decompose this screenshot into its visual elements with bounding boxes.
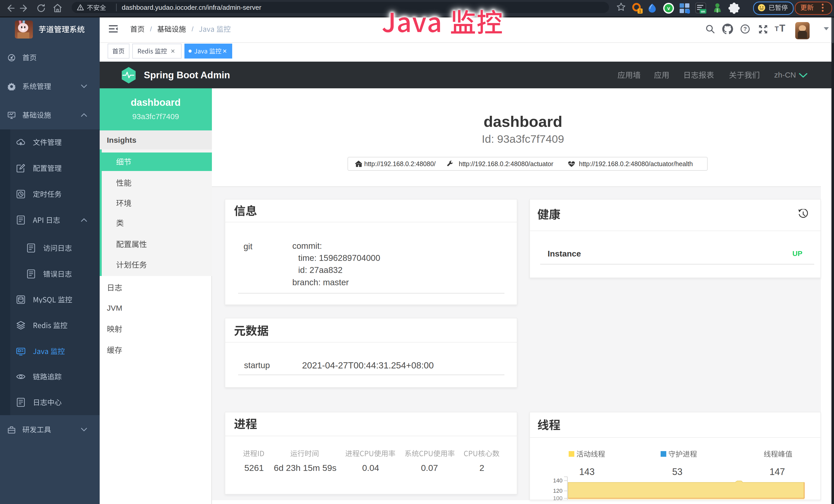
svg-text:1: 1 xyxy=(639,9,641,13)
svg-text:v: v xyxy=(667,5,670,11)
svg-text:on: on xyxy=(701,9,705,13)
svg-text:?: ? xyxy=(743,26,747,32)
